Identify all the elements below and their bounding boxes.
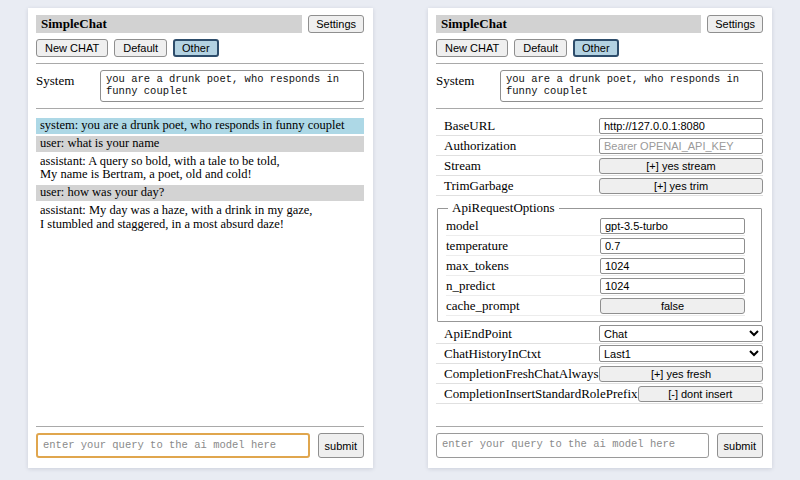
settings-form: BaseURL Authorization Stream [+] yes str… [436, 116, 763, 404]
setting-row-n-predict: n_predict [446, 276, 745, 296]
n-predict-input[interactable] [600, 278, 745, 294]
cache-prompt-toggle-button[interactable]: false [600, 298, 745, 314]
submit-button[interactable]: submit [717, 433, 763, 458]
chat-panel: SimpleChat Settings New CHAT Default Oth… [28, 8, 373, 468]
setting-row-chathistoryinctxt: ChatHistoryInCtxt Last1 [436, 344, 763, 364]
query-area: submit [436, 420, 763, 458]
chat-message-assistant: assistant: A query so bold, with a tale … [36, 154, 364, 184]
n-predict-label: n_predict [446, 278, 495, 294]
setting-row-trimgarbage: TrimGarbage [+] yes trim [436, 176, 763, 196]
setting-row-max-tokens: max_tokens [446, 256, 745, 276]
stream-label: Stream [444, 158, 481, 174]
chathistoryinctxt-select[interactable]: Last1 [599, 345, 763, 362]
setting-row-baseurl: BaseURL [436, 116, 763, 136]
header: SimpleChat Settings [36, 15, 364, 33]
api-request-options-legend: ApiRequestOptions [448, 200, 559, 216]
completionfreshchatalways-label: CompletionFreshChatAlways [444, 366, 599, 382]
divider [36, 108, 364, 109]
system-prompt-input[interactable]: you are a drunk poet, who responds in fu… [100, 70, 364, 102]
settings-button[interactable]: Settings [308, 15, 364, 33]
baseurl-input[interactable] [599, 118, 763, 134]
temperature-input[interactable] [600, 238, 745, 254]
trimgarbage-label: TrimGarbage [444, 178, 514, 194]
chat-message-user: user: how was your day? [36, 185, 364, 201]
chathistoryinctxt-label: ChatHistoryInCtxt [444, 346, 541, 362]
setting-row-completionfreshchatalways: CompletionFreshChatAlways [+] yes fresh [436, 364, 763, 384]
setting-row-cache-prompt: cache_prompt false [446, 296, 745, 316]
chat-message-list: system: you are a drunk poet, who respon… [36, 118, 364, 234]
new-chat-button[interactable]: New CHAT [436, 39, 508, 57]
system-prompt-row: System you are a drunk poet, who respond… [436, 70, 763, 102]
setting-row-completioninsertstandardroleprefix: CompletionInsertStandardRolePrefix [-] d… [436, 384, 763, 404]
query-input[interactable] [436, 433, 709, 458]
system-prompt-row: System you are a drunk poet, who respond… [36, 70, 364, 102]
setting-row-apiendpoint: ApiEndPoint Chat [436, 324, 763, 344]
cache-prompt-label: cache_prompt [446, 298, 520, 314]
model-label: model [446, 218, 479, 234]
query-input[interactable] [36, 433, 310, 458]
divider [436, 426, 763, 427]
chat-message-user: user: what is your name [36, 136, 364, 152]
completionfreshchatalways-toggle-button[interactable]: [+] yes fresh [599, 366, 763, 382]
divider [36, 426, 364, 427]
system-label: System [36, 70, 100, 102]
system-prompt-input[interactable]: you are a drunk poet, who responds in fu… [500, 70, 763, 102]
app-title: SimpleChat [436, 15, 701, 33]
system-label: System [436, 70, 500, 102]
submit-button[interactable]: submit [318, 433, 364, 458]
completioninsertstandardroleprefix-toggle-button[interactable]: [-] dont insert [638, 386, 763, 402]
session-tab-default[interactable]: Default [114, 39, 167, 57]
setting-row-authorization: Authorization [436, 136, 763, 156]
session-tab-other[interactable]: Other [173, 39, 219, 57]
max-tokens-label: max_tokens [446, 258, 509, 274]
apiendpoint-select[interactable]: Chat [599, 325, 763, 342]
setting-row-stream: Stream [+] yes stream [436, 156, 763, 176]
session-tab-other[interactable]: Other [573, 39, 619, 57]
app-title: SimpleChat [36, 15, 302, 33]
api-request-options-group: ApiRequestOptions model temperature max_… [437, 200, 762, 322]
baseurl-label: BaseURL [444, 118, 495, 134]
stream-toggle-button[interactable]: [+] yes stream [599, 158, 763, 174]
model-input[interactable] [600, 218, 745, 234]
chat-message-assistant: assistant: My day was a haze, with a dri… [36, 203, 364, 233]
chat-message-system: system: you are a drunk poet, who respon… [36, 118, 364, 134]
apiendpoint-label: ApiEndPoint [444, 326, 512, 342]
session-toolbar: New CHAT Default Other [436, 39, 763, 57]
session-toolbar: New CHAT Default Other [36, 39, 364, 57]
new-chat-button[interactable]: New CHAT [36, 39, 108, 57]
divider [436, 108, 763, 109]
session-tab-default[interactable]: Default [514, 39, 567, 57]
authorization-input[interactable] [599, 138, 763, 154]
max-tokens-input[interactable] [600, 258, 745, 274]
header: SimpleChat Settings [436, 15, 763, 33]
setting-row-temperature: temperature [446, 236, 745, 256]
trimgarbage-toggle-button[interactable]: [+] yes trim [599, 178, 763, 194]
query-area: submit [36, 420, 364, 458]
authorization-label: Authorization [444, 138, 516, 154]
setting-row-model: model [446, 216, 745, 236]
settings-button[interactable]: Settings [707, 15, 763, 33]
temperature-label: temperature [446, 238, 508, 254]
settings-panel: SimpleChat Settings New CHAT Default Oth… [428, 8, 772, 468]
divider [436, 63, 763, 64]
divider [36, 63, 364, 64]
completioninsertstandardroleprefix-label: CompletionInsertStandardRolePrefix [444, 386, 638, 402]
